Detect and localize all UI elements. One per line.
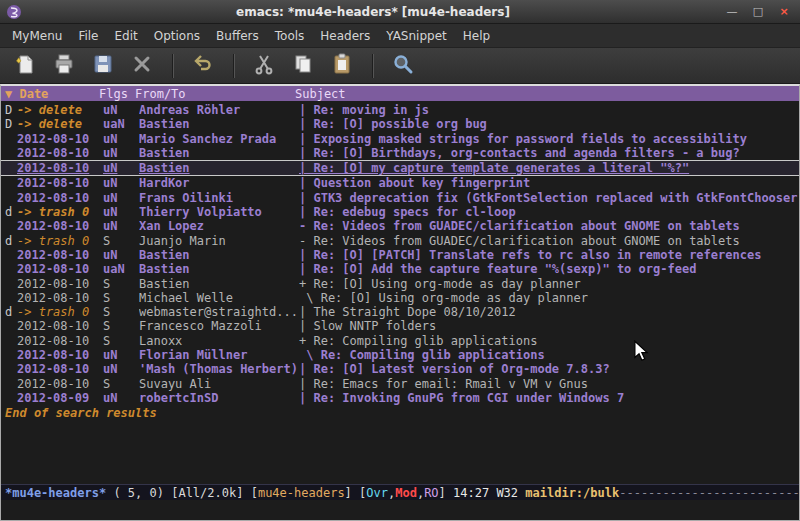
echo-area[interactable] xyxy=(1,500,799,520)
message-row[interactable]: 2012-08-10 S Michael Welle \ Re: [O] Usi… xyxy=(1,291,799,305)
message-from: Andreas Röhler xyxy=(139,103,299,117)
mode-line-segment: maildir:/bulk xyxy=(525,486,619,500)
mode-line-segment: *mu4e-headers* xyxy=(5,486,106,500)
message-date: -> trash 0 xyxy=(17,305,103,319)
message-subject: - Re: Videos from GUADEC/clarification a… xyxy=(299,219,799,233)
message-list: D -> delete uN Andreas Röhler | Re: movi… xyxy=(1,101,799,484)
maximize-button[interactable]: □ xyxy=(748,4,768,20)
menu-item[interactable]: Edit xyxy=(107,26,146,46)
mu4e-headers-buffer: ▼ Date Flgs From/To Subject D -> delete … xyxy=(0,84,800,521)
message-from: Lanoxx xyxy=(139,334,299,348)
message-flags: uN xyxy=(103,219,139,233)
print-button[interactable] xyxy=(51,53,77,79)
toolbar-separator xyxy=(372,54,373,78)
message-row[interactable]: 2012-08-10 S Suvayu Ali | Re: Emacs for … xyxy=(1,377,799,391)
message-row[interactable]: d -> trash 0 S Juanjo Marin - Re: Videos… xyxy=(1,234,799,248)
menu-item[interactable]: Buffers xyxy=(208,26,267,46)
end-of-results-marker: End of search results xyxy=(1,406,799,420)
message-subject: | Re: [O] my capture template generates … xyxy=(299,161,799,175)
menu-item[interactable]: File xyxy=(70,26,106,46)
message-row[interactable]: 2012-08-10 uN Florian Müllner \ Re: Comp… xyxy=(1,348,799,362)
menu-item[interactable]: Headers xyxy=(312,26,378,46)
message-subject: | Slow NNTP folders xyxy=(299,319,799,333)
message-row[interactable]: 2012-08-10 uN Mario Sanchez Prada | Expo… xyxy=(1,132,799,146)
menu-item[interactable]: Help xyxy=(455,26,498,46)
message-from: Juanjo Marin xyxy=(139,234,299,248)
menu-item[interactable]: MyMenu xyxy=(4,26,70,46)
cut-icon xyxy=(253,53,275,79)
mode-line-segment: RO xyxy=(424,486,438,500)
message-date: 2012-08-10 xyxy=(17,248,103,262)
message-row[interactable]: 2012-08-10 uN HardKor | Question about k… xyxy=(1,176,799,190)
message-row[interactable]: 2012-08-10 uN 'Mash (Thomas Herbert) | R… xyxy=(1,362,799,376)
message-row[interactable]: 2012-08-10 S Bastien + Re: [O] Using org… xyxy=(1,277,799,291)
message-mark: d xyxy=(5,205,17,219)
message-flags: S xyxy=(103,319,139,333)
message-from: HardKor xyxy=(139,176,299,190)
message-subject: | Re: moving in js xyxy=(299,103,799,117)
message-date: -> trash 0 xyxy=(17,234,103,248)
message-row[interactable]: 2012-08-10 uaN Bastien | Re: [O] Add the… xyxy=(1,262,799,276)
message-subject: | Re: Invoking GnuPG from CGI under Wind… xyxy=(299,391,799,405)
message-date: -> delete xyxy=(17,117,103,131)
column-subject[interactable]: Subject xyxy=(295,87,799,101)
message-subject: | Question about key fingerprint xyxy=(299,176,799,190)
headers-column-header: ▼ Date Flgs From/To Subject xyxy=(1,86,799,101)
message-subject: | Re: [O] [PATCH] Translate refs to rc a… xyxy=(299,248,799,262)
search-icon xyxy=(392,53,414,79)
message-row[interactable]: 2012-08-10 S Francesco Mazzoli | Slow NN… xyxy=(1,319,799,333)
message-subject: | Exposing masked strings for password f… xyxy=(299,132,799,146)
close-buffer-icon xyxy=(131,53,153,79)
message-mark: D xyxy=(5,103,17,117)
message-flags: uN xyxy=(103,103,139,117)
message-from: webmaster@straightd... xyxy=(139,305,299,319)
message-flags: S xyxy=(103,334,139,348)
menu-item[interactable]: Tools xyxy=(267,26,313,46)
message-date: 2012-08-10 xyxy=(17,132,103,146)
message-row[interactable]: 2012-08-09 uN robertcInSD | Re: Invoking… xyxy=(1,391,799,405)
search-button[interactable] xyxy=(390,53,416,79)
toolbar-separator xyxy=(172,54,173,78)
message-from: Thierry Volpiatto xyxy=(139,205,299,219)
undo-button[interactable] xyxy=(190,53,216,79)
cut-button[interactable] xyxy=(251,53,277,79)
message-row[interactable]: 2012-08-10 uN Bastien | Re: [O] my captu… xyxy=(1,160,799,176)
copy-button[interactable] xyxy=(290,53,316,79)
column-flags[interactable]: Flgs xyxy=(99,87,135,101)
message-date: 2012-08-10 xyxy=(17,176,103,190)
message-row[interactable]: 2012-08-10 uN Bastien | Re: [O] [PATCH] … xyxy=(1,248,799,262)
new-file-icon xyxy=(14,53,36,79)
message-from: Bastien xyxy=(139,161,299,175)
close-button[interactable]: × xyxy=(774,4,794,20)
column-from[interactable]: From/To xyxy=(135,87,295,101)
emacs-window: emacs: *mu4e-headers* [mu4e-headers] — □… xyxy=(0,0,800,521)
new-file-button[interactable] xyxy=(12,53,38,79)
message-row[interactable]: D -> delete uN Andreas Röhler | Re: movi… xyxy=(1,103,799,117)
mode-line-segment: [ xyxy=(251,486,258,500)
message-row[interactable]: 2012-08-10 uN Bastien | Re: [O] Birthday… xyxy=(1,146,799,160)
message-from: Suvayu Ali xyxy=(139,377,299,391)
message-date: 2012-08-10 xyxy=(17,348,103,362)
sort-column-date[interactable]: ▼ Date xyxy=(5,87,99,101)
close-buffer-button[interactable] xyxy=(129,53,155,79)
window-controls: — □ × xyxy=(722,4,794,20)
save-button[interactable] xyxy=(90,53,116,79)
mode-line-segment: ] [ xyxy=(345,486,367,500)
message-flags: uaN xyxy=(103,262,139,276)
menu-item[interactable]: Options xyxy=(146,26,208,46)
message-from: Francesco Mazzoli xyxy=(139,319,299,333)
message-row[interactable]: 2012-08-10 uN Frans Oilinki | GTK3 depre… xyxy=(1,191,799,205)
mode-line-segment: , xyxy=(417,486,424,500)
message-row[interactable]: 2012-08-10 uN Xan Lopez - Re: Videos fro… xyxy=(1,219,799,233)
message-row[interactable]: D -> delete uaN Bastien | Re: [O] possib… xyxy=(1,117,799,131)
message-subject: | Re: [O] Latest version of Org-mode 7.8… xyxy=(299,362,799,376)
message-row[interactable]: d -> trash 0 S webmaster@straightd... | … xyxy=(1,305,799,319)
copy-icon xyxy=(292,53,314,79)
message-row[interactable]: 2012-08-10 S Lanoxx + Re: Compiling glib… xyxy=(1,334,799,348)
minimize-button[interactable]: — xyxy=(722,4,742,20)
paste-button[interactable] xyxy=(329,53,355,79)
message-from: Michael Welle xyxy=(139,291,299,305)
mode-line-segment: 14:27 W32 xyxy=(453,486,525,500)
message-row[interactable]: d -> trash 0 uN Thierry Volpiatto | Re: … xyxy=(1,205,799,219)
menu-item[interactable]: YASnippet xyxy=(378,26,455,46)
